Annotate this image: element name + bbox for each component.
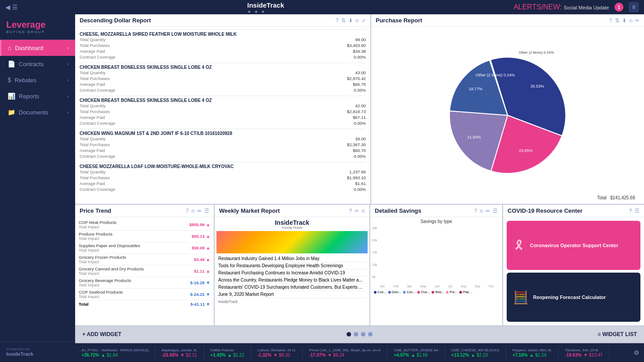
ticker-values-7: +7.16% ▲ $2.24 — [513, 353, 552, 358]
legend-item-3: Ove... — [417, 290, 430, 294]
weekly-market-title: Weekly Market Report — [219, 207, 280, 214]
wm-logo: InsideTrack — [275, 219, 309, 226]
ticker-pct-5: +4.07% — [394, 353, 409, 358]
ddr-row-label: Total Quantity — [80, 37, 106, 42]
ddr-row-label: Contract Coverage — [80, 154, 115, 159]
ds-share-icon[interactable]: ⎋ — [480, 208, 483, 214]
ddr-download-icon[interactable]: ⬇ — [348, 17, 353, 24]
wm-article-3[interactable]: Across the Country, Restaurants Pledge M… — [216, 277, 368, 284]
ticker-settings-button[interactable]: ⚙ — [629, 349, 644, 356]
pt-item-1: Produce Products Total Impact $65.13 ▲ — [79, 231, 210, 242]
ddr-expand-icon[interactable]: ⤢ — [361, 17, 366, 24]
ddr-share-icon[interactable]: ⎋ — [356, 17, 359, 24]
pt-category: Produce Products — [79, 232, 113, 236]
detailed-savings-header: Detailed Savings ? ⎋ ✏ ☰ — [370, 205, 502, 217]
wm-article-1[interactable]: Tools for Restaurants Developing Employe… — [216, 262, 368, 269]
ds-help-icon[interactable]: ? — [474, 208, 477, 214]
ddr-row-label: Contract Coverage — [80, 88, 115, 93]
purchase-help-icon[interactable]: ? — [609, 17, 612, 24]
wm-article-2[interactable]: Restaurant Purchasing Continues to Incre… — [216, 269, 368, 277]
purchase-title: Purchase Report — [376, 17, 422, 24]
pt-edit-icon[interactable]: ✏ — [197, 208, 202, 214]
powered-by-label: POWERED BY — [6, 347, 69, 351]
dot-1[interactable] — [347, 332, 351, 337]
covid-menu-icon[interactable]: ☰ — [635, 208, 640, 214]
ticker-values-5: +4.07% ▲ $1.66 — [394, 353, 438, 358]
ddr-help-icon[interactable]: ? — [335, 17, 339, 24]
ds-y-label: 5k — [372, 275, 377, 278]
pt-share-icon[interactable]: ⎋ — [191, 208, 195, 214]
dot-2[interactable] — [354, 332, 358, 337]
covid-help-icon[interactable]: ? — [629, 208, 632, 214]
pt-help-icon[interactable]: ? — [186, 208, 189, 214]
top-bar-right: ALERTS/NEW: Social Media Update 1 ⏸ — [513, 2, 639, 12]
purchase-expand-icon[interactable]: ✏ — [635, 17, 640, 24]
covid-card-1[interactable]: 🎗 Coronavirus Operator Support Center — [507, 221, 640, 270]
nav-label-reports: Reports — [19, 93, 39, 100]
ticker-name-4: Prime Cuts_1_109E_Rib, ribeye, lip-on, b… — [309, 348, 381, 352]
ticker-item-1: Asparagus, Jumbo, lb. -23.66% ▼ $2.11 — [156, 346, 204, 359]
pause-button[interactable]: ⏸ — [629, 2, 639, 12]
sidebar-item-documents[interactable]: 📁 Documents › — [0, 104, 75, 120]
ddr-item-3: CHICKEN WING MAGNUM 1ST & 2ND JOINT IF 6… — [80, 129, 366, 159]
nav-icon-rebates: $ — [8, 76, 11, 84]
ticker-pct-1: -23.66% — [162, 353, 178, 358]
ticker-price-6: ▲ $2.23 — [471, 353, 488, 358]
ds-x-label: Oct — [489, 285, 494, 288]
dot-3[interactable] — [361, 332, 365, 337]
sidebar-item-contracts[interactable]: 📄 Contracts › — [0, 56, 75, 72]
sidebar: Leverage BUYING GROUP ⌂ Dashboard › 📄 Co… — [0, 14, 75, 362]
nav-icon-documents: 📁 — [8, 109, 15, 116]
wm-article-5[interactable]: June 9, 2020 Market Report — [216, 291, 368, 298]
ddr-row-value: $67.11 — [353, 115, 366, 120]
price-trend-widget: Price Trend ? ⎋ ✏ ☰ COP Meat Products To… — [75, 205, 214, 325]
wm-edit-icon[interactable]: ✏ — [355, 208, 359, 214]
legend-item-5: Pre... — [446, 290, 458, 294]
ddr-row: Total Purchases $2,367.30 — [80, 142, 366, 147]
ds-edit-icon[interactable]: ✏ — [486, 208, 490, 214]
ds-menu-icon[interactable]: ☰ — [493, 208, 498, 214]
purchase-share-icon[interactable]: ⎋ — [629, 17, 632, 24]
pt-value: $59.08 ▲ — [192, 245, 210, 250]
wm-help-icon[interactable]: ? — [349, 208, 352, 214]
wm-article-0[interactable]: Restaurant Industry Gained 1.4 Million J… — [216, 255, 368, 262]
ddr-item-0: CHEESE, MOZZARELLA SHRED FEATHER LOW MOI… — [80, 29, 366, 60]
purchase-sort-icon[interactable]: ⇅ — [615, 17, 619, 24]
ddr-row-label: Total Purchases — [80, 76, 110, 81]
nav-item-left-documents: 📁 Documents — [8, 109, 48, 116]
hamburger-button[interactable]: ◀ ☰ — [5, 4, 18, 11]
pt-menu-icon[interactable]: ☰ — [204, 208, 209, 214]
sidebar-item-reports[interactable]: 📊 Reports › — [0, 88, 75, 104]
ticker-name-6: CME_CHEESE_40# BLOCKS — [451, 348, 500, 352]
wm-article-4[interactable]: Restaurants' COVID-19 Surcharges Infuria… — [216, 284, 368, 291]
pie-total: Total $141,425.68 — [597, 195, 635, 200]
covid-icon-2: 🧮 — [513, 290, 529, 305]
ticker-name-8: Tomatoes, 6x6, 15 lb. — [565, 348, 603, 352]
legend-item-6: Plat... — [459, 290, 471, 294]
ddr-row: Total Quantity 99.00 — [80, 37, 366, 42]
sidebar-item-dashboard[interactable]: ⌂ Dashboard › — [0, 40, 75, 56]
purchase-download-icon[interactable]: ⬇ — [622, 17, 627, 24]
legend-dot-4 — [432, 291, 434, 294]
dot-4[interactable] — [368, 332, 373, 337]
widget-list-button[interactable]: ≡ WIDGET LIST — [597, 331, 637, 337]
ds-bars — [378, 226, 502, 284]
ticker-pct-3: -1.32% — [257, 353, 271, 358]
ddr-row: Total Purchases $2,870.42 — [80, 76, 366, 81]
add-widget-button[interactable]: + ADD WIDGET — [82, 331, 121, 337]
ds-y-label: 20k — [372, 239, 377, 242]
pt-sub: Total Impact — [79, 283, 131, 287]
ddr-row: Total Purchases $3,403.60 — [80, 42, 366, 48]
sidebar-item-rebates[interactable]: $ Rebates › — [0, 72, 75, 88]
covid-card-2[interactable]: 🧮 Reopening Forecast Calculator — [507, 273, 640, 322]
pt-triangle: ▲ — [206, 245, 210, 250]
ddr-row: Contract Coverage 0.00% — [80, 153, 366, 159]
pt-value: $-16.29 ▼ — [190, 280, 210, 285]
ddr-row-label: Contract Coverage — [80, 55, 115, 59]
pie-label-4: Other (2 items) 0.24% — [475, 73, 515, 77]
ddr-sort-icon[interactable]: ⇅ — [341, 17, 346, 24]
notification-button[interactable]: 1 — [614, 3, 623, 12]
ddr-row-label: Total Purchases — [80, 142, 110, 147]
wm-share-icon[interactable]: ⎋ — [362, 208, 365, 214]
ticker-values-8: -19.63% ▼ $13.47 — [565, 353, 603, 358]
